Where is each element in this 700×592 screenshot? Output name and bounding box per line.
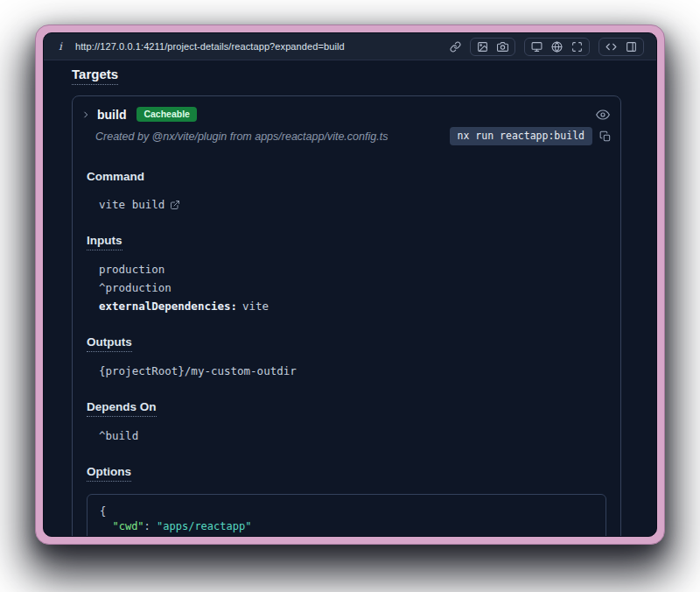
depends-on-item: ^build <box>99 428 606 444</box>
camera-icon[interactable] <box>497 41 508 53</box>
code-line: } <box>100 534 593 536</box>
options-heading-label: Options <box>87 465 131 482</box>
screenshot-stage: i http://127.0.0.1:4211/project-details/… <box>0 0 700 592</box>
view-group <box>524 38 590 56</box>
window-frame: i http://127.0.0.1:4211/project-details/… <box>35 25 665 545</box>
copy-icon <box>599 130 612 143</box>
external-deps-label: externalDependencies: <box>99 299 237 314</box>
outputs-section-heading: Outputs <box>87 335 606 352</box>
json-key: "cwd" <box>112 520 144 532</box>
dev-group <box>598 38 644 56</box>
depends-on-section-heading: Depends On <box>87 400 606 417</box>
options-section-heading: Options <box>87 465 606 482</box>
target-name: build <box>97 108 126 122</box>
depends-on-section-content: ^build <box>87 428 606 444</box>
created-by-text: Created by @nx/vite/plugin from apps/rea… <box>95 130 443 143</box>
code-line: { <box>100 504 593 519</box>
build-card-subheader: Created by @nx/vite/plugin from apps/rea… <box>73 125 620 154</box>
monitor-icon[interactable] <box>531 41 542 53</box>
view-in-graph-button[interactable] <box>596 108 610 122</box>
info-icon: i <box>56 40 65 53</box>
input-item: ^production <box>99 280 606 296</box>
external-link-icon <box>170 200 180 210</box>
sidebar-icon[interactable] <box>626 41 637 53</box>
chevron-right-icon[interactable] <box>81 110 90 119</box>
command-section-content: vite build <box>87 197 606 213</box>
screenshot-icon[interactable] <box>477 41 488 53</box>
maximize-icon[interactable] <box>571 41 583 53</box>
build-target-card: build Cacheable Created by @nx/vite/plug… <box>72 95 621 536</box>
output-item: {projectRoot}/my-custom-outdir <box>99 363 606 379</box>
link-icon[interactable] <box>450 41 461 53</box>
inputs-heading-label: Inputs <box>87 234 122 250</box>
command-heading-label: Command <box>87 170 144 186</box>
options-code-block: { "cwd": "apps/reactapp"} <box>87 494 606 536</box>
json-string-value: "apps/reactapp" <box>157 520 251 532</box>
command-value: vite build <box>99 197 164 213</box>
app-window: i http://127.0.0.1:4211/project-details/… <box>43 32 657 537</box>
targets-heading: Targets <box>72 60 621 85</box>
build-card-header[interactable]: build Cacheable <box>73 96 620 125</box>
build-card-body: Command vite build Inputs <box>73 170 620 536</box>
command-value-line: vite build <box>99 197 606 213</box>
open-command-link[interactable] <box>170 200 180 210</box>
browser-topbar: i http://127.0.0.1:4211/project-details/… <box>44 33 656 60</box>
capture-group <box>470 38 515 56</box>
cacheable-badge: Cacheable <box>136 107 197 122</box>
outputs-section-content: {projectRoot}/my-custom-outdir <box>87 363 606 379</box>
command-section-heading: Command <box>87 170 606 186</box>
depends-on-heading-label: Depends On <box>87 400 157 417</box>
copy-command-button[interactable] <box>599 130 612 143</box>
url-text: http://127.0.0.1:4211/project-details/re… <box>75 41 345 52</box>
eye-icon <box>596 108 610 122</box>
external-deps-value: vite <box>242 299 269 314</box>
targets-heading-label: Targets <box>72 67 118 85</box>
input-item: production <box>99 262 606 278</box>
inputs-section-content: production ^production externalDependenc… <box>87 262 606 314</box>
run-command-chip: nx run reactapp:build <box>450 127 592 145</box>
project-details-content: Targets build Cacheable Created by @ <box>44 60 656 536</box>
outputs-heading-label: Outputs <box>87 335 132 352</box>
topbar-toolbar <box>450 38 644 56</box>
code-icon[interactable] <box>606 41 617 53</box>
input-external-deps: externalDependencies: vite <box>99 299 606 314</box>
inputs-section-heading: Inputs <box>87 234 606 250</box>
code-line: "cwd": "apps/reactapp" <box>100 519 593 534</box>
globe-icon[interactable] <box>551 41 563 53</box>
